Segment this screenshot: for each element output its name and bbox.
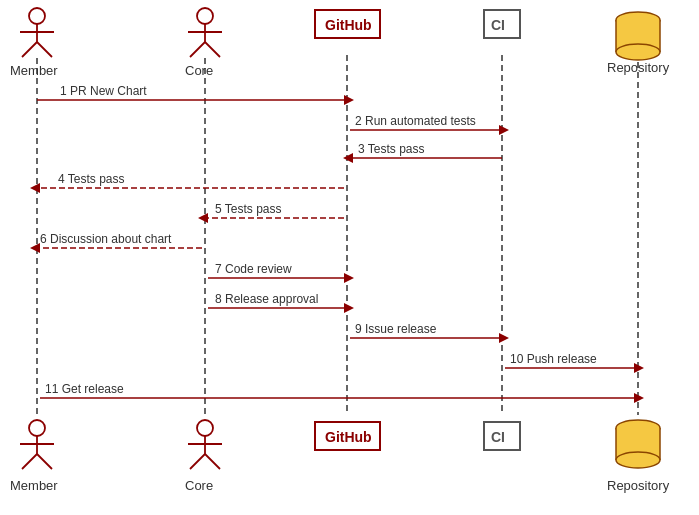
svg-point-60 (29, 420, 45, 436)
svg-text:11 Get release: 11 Get release (45, 382, 124, 396)
svg-line-70 (205, 454, 220, 469)
svg-text:Member: Member (10, 478, 58, 493)
svg-text:CI: CI (491, 17, 505, 33)
svg-point-66 (197, 420, 213, 436)
svg-marker-30 (499, 333, 509, 343)
svg-text:7 Code review: 7 Code review (215, 262, 292, 276)
svg-text:3 Tests pass: 3 Tests pass (358, 142, 424, 156)
svg-line-69 (190, 454, 205, 469)
svg-point-58 (616, 44, 660, 60)
svg-text:Repository: Repository (607, 478, 670, 493)
svg-text:Core: Core (185, 63, 213, 78)
svg-marker-15 (30, 183, 40, 193)
svg-text:CI: CI (491, 429, 505, 445)
svg-marker-36 (634, 393, 644, 403)
svg-point-38 (29, 8, 45, 24)
svg-text:Member: Member (10, 63, 58, 78)
svg-marker-6 (344, 95, 354, 105)
svg-text:4 Tests pass: 4 Tests pass (58, 172, 124, 186)
svg-text:Repository: Repository (607, 60, 670, 75)
svg-marker-24 (344, 273, 354, 283)
sequence-diagram: 1 PR New Chart 2 Run automated tests 3 T… (0, 0, 699, 515)
svg-line-47 (190, 42, 205, 57)
svg-text:8 Release approval: 8 Release approval (215, 292, 318, 306)
svg-line-41 (22, 42, 37, 57)
svg-marker-33 (634, 363, 644, 373)
svg-text:GitHub: GitHub (325, 429, 372, 445)
svg-marker-9 (499, 125, 509, 135)
svg-marker-12 (343, 153, 353, 163)
svg-marker-27 (344, 303, 354, 313)
svg-point-44 (197, 8, 213, 24)
svg-text:6 Discussion about chart: 6 Discussion about chart (40, 232, 172, 246)
svg-text:10 Push release: 10 Push release (510, 352, 597, 366)
svg-line-48 (205, 42, 220, 57)
svg-line-42 (37, 42, 52, 57)
svg-line-63 (22, 454, 37, 469)
svg-text:GitHub: GitHub (325, 17, 372, 33)
svg-point-80 (616, 452, 660, 468)
svg-text:Core: Core (185, 478, 213, 493)
svg-line-64 (37, 454, 52, 469)
svg-marker-21 (30, 243, 40, 253)
svg-text:5 Tests pass: 5 Tests pass (215, 202, 281, 216)
svg-text:1 PR New Chart: 1 PR New Chart (60, 84, 147, 98)
svg-text:9 Issue release: 9 Issue release (355, 322, 437, 336)
svg-marker-18 (198, 213, 208, 223)
svg-text:2 Run automated tests: 2 Run automated tests (355, 114, 476, 128)
